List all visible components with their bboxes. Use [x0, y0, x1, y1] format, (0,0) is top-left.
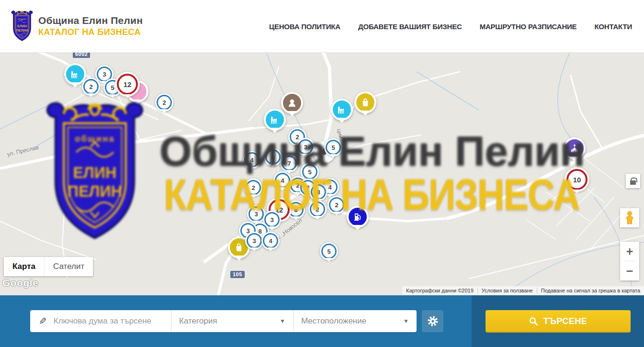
map-type-satellite-button[interactable]: Сателит	[44, 257, 93, 276]
watermark-emblem-line2: ПЕЛИН	[68, 183, 122, 200]
search-icon	[529, 316, 538, 326]
zoom-control: + −	[620, 242, 639, 280]
chevron-down-icon: ▼	[403, 318, 409, 325]
cluster-marker[interactable]: 5	[320, 242, 338, 260]
category-select-label: Категория	[179, 316, 217, 326]
shopping-bag-icon	[356, 93, 374, 112]
worker-pin[interactable]	[281, 92, 303, 114]
factory-icon	[66, 65, 84, 83]
logo-subtitle: КАТАЛОГ НА БИЗНЕСА	[38, 27, 143, 37]
shopping-bag-pin[interactable]	[354, 91, 376, 113]
header: община ЕЛИН ПЕЛИН Община Елин Пелин КАТА…	[0, 0, 644, 53]
keyword-section: ✎	[30, 310, 171, 332]
search-action-zone: ТЪРСЕНЕ	[472, 295, 644, 347]
site-logo[interactable]: община ЕЛИН ПЕЛИН Община Елин Пелин КАТА…	[11, 10, 143, 42]
municipality-emblem-icon: община ЕЛИН ПЕЛИН	[11, 10, 34, 42]
factory-icon	[266, 111, 284, 129]
emblem-line1: ЕЛИН	[17, 24, 27, 28]
nav-route-schedule[interactable]: МАРШРУТНО РАЗПИСАНИЕ	[480, 22, 577, 31]
factory-icon	[333, 101, 351, 119]
keyword-search-input[interactable]	[54, 316, 166, 326]
logo-text: Община Елин Пелин КАТАЛОГ НА БИЗНЕСА	[38, 15, 143, 37]
watermark-subtitle: КАТАЛОГ НА БИЗНЕСА	[164, 170, 579, 220]
cluster-marker[interactable]: 3	[245, 232, 263, 250]
cluster-count: 3	[247, 233, 262, 248]
zoom-in-button[interactable]: +	[620, 242, 639, 261]
logo-title: Община Елин Пелин	[38, 15, 143, 26]
pencil-icon: ✎	[39, 315, 47, 327]
pegman-control[interactable]	[620, 208, 639, 227]
worker-icon	[283, 94, 301, 112]
search-button[interactable]: ТЪРСЕНЕ	[486, 310, 631, 333]
gear-icon	[427, 315, 439, 327]
watermark-emblem: община ЕЛИН ПЕЛИН	[40, 101, 149, 243]
google-logo[interactable]: Google	[2, 277, 38, 289]
category-select[interactable]: Категория ▼	[171, 310, 294, 332]
watermark-title: Община Елин Пелин	[159, 127, 585, 175]
attribution-link[interactable]: Условия за ползване	[477, 288, 537, 293]
padlock-icon	[630, 180, 636, 185]
location-select-label: Местоположение	[301, 316, 366, 326]
map-attribution: Картографски данни ©2019Условия за ползв…	[402, 286, 644, 295]
map-canvas[interactable]: ул. Преславбул. „Новоселции6002105 32521…	[0, 53, 644, 295]
pegman-icon	[624, 211, 635, 225]
search-fields-zone: ✎ Категория ▼ Местоположение ▼	[0, 295, 472, 347]
cluster-marker[interactable]: 2	[82, 78, 100, 96]
cluster-count: 12	[117, 74, 138, 95]
factory-pin[interactable]	[331, 99, 353, 121]
search-composite: ✎ Категория ▼ Местоположение ▼	[30, 310, 417, 332]
map-type-control: Карта Сателит	[4, 257, 93, 276]
nav-contacts[interactable]: КОНТАКТИ	[594, 22, 632, 31]
road-sign: 6002	[73, 53, 90, 58]
emblem-line2: ПЕЛИН	[16, 28, 28, 33]
zoom-out-button[interactable]: −	[620, 261, 639, 280]
road-sign: 105	[230, 271, 245, 278]
cluster-marker[interactable]: 4	[261, 232, 280, 250]
cluster-marker[interactable]: 12	[115, 72, 140, 97]
cluster-count: 5	[321, 244, 337, 259]
chevron-down-icon: ▼	[280, 318, 285, 325]
cluster-count: 2	[83, 79, 99, 94]
attribution-link[interactable]: Подаване на сигнал за грешка в картата	[537, 288, 644, 293]
nav-add-business[interactable]: ДОБАВЕТЕ ВАШИЯТ БИЗНЕС	[358, 22, 462, 31]
nav-pricing-policy[interactable]: ЦЕНОВА ПОЛИТИКА	[269, 22, 340, 31]
search-button-label: ТЪРСЕНЕ	[543, 316, 588, 326]
cluster-marker[interactable]: 2	[155, 93, 173, 112]
search-bar: ✎ Категория ▼ Местоположение ▼	[0, 295, 644, 347]
main-nav: ЦЕНОВА ПОЛИТИКАДОБАВЕТЕ ВАШИЯТ БИЗНЕСМАР…	[251, 0, 632, 53]
lock-control-button[interactable]	[626, 174, 640, 188]
map-type-map-button[interactable]: Карта	[4, 257, 44, 276]
location-select[interactable]: Местоположение ▼	[294, 310, 417, 332]
advanced-settings-button[interactable]	[422, 310, 443, 332]
watermark-emblem-line1: ЕЛИН	[73, 164, 117, 181]
cluster-count: 4	[263, 233, 278, 248]
cluster-count: 2	[157, 95, 172, 110]
attribution-text: Картографски данни ©2019	[402, 288, 477, 293]
